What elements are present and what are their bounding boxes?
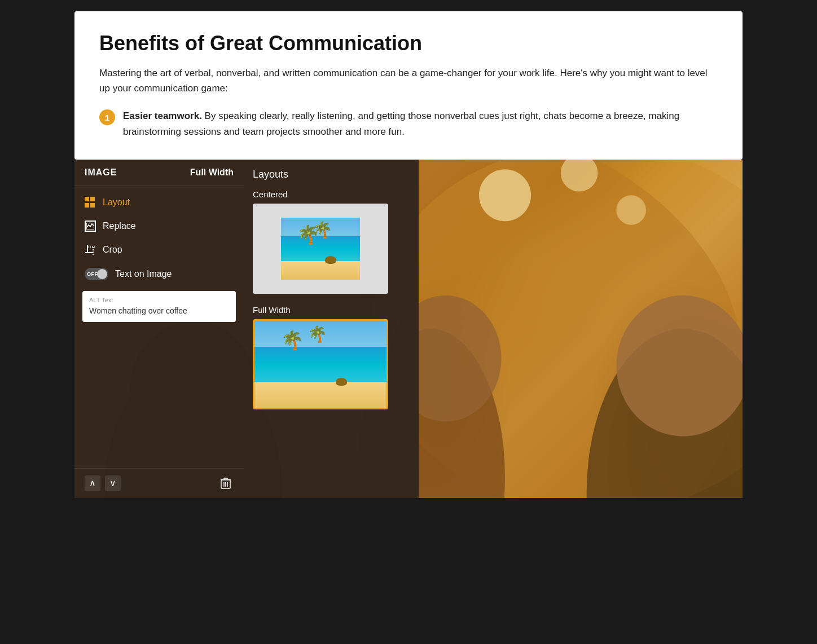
svg-point-5 xyxy=(616,195,646,225)
sidebar-bottom-bar: ∧ ∨ xyxy=(74,468,244,498)
layout-fullwidth-label: Full Width xyxy=(253,305,410,315)
centered-thumb-inner: 🌴 🌴 xyxy=(281,218,360,280)
toggle-off-label: OFF xyxy=(87,271,98,277)
layout-option-fullwidth[interactable]: Full Width 🌴 🌴 xyxy=(253,305,410,409)
svg-point-3 xyxy=(479,169,531,221)
toggle-knob xyxy=(97,269,107,279)
sidebar-panel: IMAGE Full Width Layout xyxy=(74,160,244,498)
sidebar-item-layout[interactable]: Layout xyxy=(74,191,244,214)
intro-text: Mastering the art of verbal, nonverbal, … xyxy=(99,65,718,96)
content-card: Benefits of Great Communication Masterin… xyxy=(74,11,743,160)
alt-text-box[interactable]: ALT Text Women chatting over coffee xyxy=(82,291,236,323)
beach-sand-2 xyxy=(254,382,386,408)
beach-palm-4: 🌴 xyxy=(308,325,327,343)
move-up-button[interactable]: ∧ xyxy=(85,475,100,491)
sidebar-header: IMAGE Full Width xyxy=(74,160,244,186)
beach-water xyxy=(281,236,360,261)
delete-button[interactable] xyxy=(218,475,234,491)
text-on-image-toggle[interactable]: OFF xyxy=(85,268,108,280)
layouts-panel: Layouts Centered 🌴 🌴 Full Wid xyxy=(244,160,419,498)
beach-preview-fullwidth: 🌴 🌴 xyxy=(254,321,386,408)
crop-icon xyxy=(85,244,96,255)
nav-arrows: ∧ ∨ xyxy=(85,475,121,491)
list-item-text: Easier teamwork. By speaking clearly, re… xyxy=(123,108,718,139)
beach-rock-2 xyxy=(336,378,347,386)
alt-text-label: ALT Text xyxy=(89,297,229,303)
sidebar-item-replace[interactable]: Replace xyxy=(74,214,244,238)
beach-sand xyxy=(281,261,360,280)
replace-icon xyxy=(85,220,96,232)
beach-water-2 xyxy=(254,347,386,382)
sidebar-header-fullwidth-label: Full Width xyxy=(190,167,234,178)
text-on-image-label: Text on Image xyxy=(115,269,172,279)
sidebar-menu: Layout Replace xyxy=(74,186,244,468)
move-down-button[interactable]: ∨ xyxy=(105,475,121,491)
list-item: 1 Easier teamwork. By speaking clearly, … xyxy=(99,108,718,139)
list-item-bold: Easier teamwork. xyxy=(123,111,202,121)
beach-preview-centered: 🌴 🌴 xyxy=(281,218,360,280)
layout-fullwidth-thumbnail[interactable]: 🌴 🌴 xyxy=(253,319,388,409)
trash-icon xyxy=(220,477,231,489)
list-number-badge: 1 xyxy=(99,109,115,125)
sidebar-item-layout-label: Layout xyxy=(103,197,130,208)
layout-centered-label: Centered xyxy=(253,189,410,199)
sidebar-header-image-label: IMAGE xyxy=(85,167,117,178)
image-section: IMAGE Full Width Layout xyxy=(74,160,743,498)
page-title: Benefits of Great Communication xyxy=(99,32,718,55)
text-on-image-row: OFF Text on Image xyxy=(74,262,244,286)
layout-option-centered[interactable]: Centered 🌴 🌴 xyxy=(253,189,410,294)
layout-centered-thumbnail[interactable]: 🌴 🌴 xyxy=(253,204,388,294)
beach-palm-2: 🌴 xyxy=(313,220,332,239)
layout-icon xyxy=(85,197,96,208)
alt-text-value: Women chatting over coffee xyxy=(89,306,229,317)
sidebar-item-crop[interactable]: Crop xyxy=(74,238,244,262)
sidebar-item-replace-label: Replace xyxy=(103,221,136,231)
beach-palm-3: 🌴 xyxy=(281,329,304,351)
sidebar-item-crop-label: Crop xyxy=(103,245,122,255)
beach-rock xyxy=(325,256,336,264)
list-item-rest: By speaking clearly, really listening, a… xyxy=(123,111,679,136)
layouts-panel-title: Layouts xyxy=(253,169,410,180)
